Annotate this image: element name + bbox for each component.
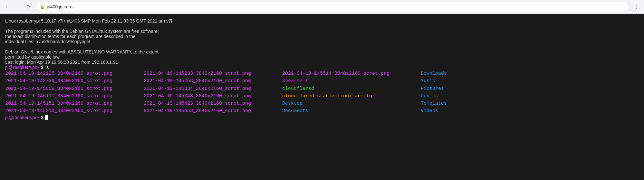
back-button[interactable]: ← <box>3 2 12 11</box>
ls-item: 2021-04-19-142125_3840x2160_scrot.png <box>5 70 144 77</box>
ls-item: 2021-04-19-145423_3840x2160_scrot.png <box>144 100 282 107</box>
browser-toolbar: ← → ⟳ 🔒 ⋮ <box>0 0 644 14</box>
ls-item: Desktop <box>282 100 421 107</box>
ls-item: Pictures <box>421 85 485 92</box>
terminal-line7: Debian GNU/Linux comes with ABSOLUTELY N… <box>5 49 639 54</box>
browser-chrome: ← → ⟳ 🔒 ⋮ <box>0 0 644 14</box>
ls-item: Downloads <box>421 70 485 77</box>
terminal-line6 <box>5 44 639 49</box>
prompt2-user: pi@raspberrypi <box>5 115 36 120</box>
prompt2-dollar: $ <box>41 115 43 120</box>
ls-item: 2021-04-19-145111_3840x2160_scrot.png <box>5 92 144 100</box>
ls-item: 2021-04-19-145151_3840x2160_scrot.png <box>5 100 144 107</box>
terminal-line9: Last login: Mon Apr 19 19:56:28 2021 fro… <box>5 60 639 65</box>
prompt2-path: :~ <box>36 115 40 120</box>
ls-item: 2021-04-19-145233_3840x2160_scrot.png <box>144 70 282 77</box>
ls-item: 2021-04-19-145343_3840x2160_scrot.png <box>144 92 282 100</box>
terminal-prompt2: pi@raspberrypi :~ $ <box>5 115 639 120</box>
terminal-prompt1: pi@raspberrypi :~ $ ls <box>5 65 639 70</box>
ls-item: 2021-04-19-145334_3840x2160_scrot.png <box>144 85 282 92</box>
terminal-line2 <box>5 24 639 29</box>
ls-item: Templates <box>421 100 485 107</box>
ls-item: cloudflared <box>282 85 421 92</box>
reload-button[interactable]: ⟳ <box>24 2 33 11</box>
terminal: Linux raspberrypi 5.10.17-v7l+ #1403 SMP… <box>0 14 644 180</box>
address-bar-container[interactable]: 🔒 <box>35 2 629 12</box>
browser-actions: ⋮ <box>632 2 641 11</box>
prompt1-user: pi@raspberrypi <box>5 65 36 70</box>
nav-buttons: ← → ⟳ <box>3 2 33 11</box>
ls-item: cloudflared-stable-linux-arm.tgz <box>282 92 421 100</box>
ls-item: Videos <box>421 107 485 115</box>
prompt1-path: :~ <box>36 65 40 70</box>
ls-item: 2021-04-19-145258_3840x2160_scrot.png <box>144 77 282 85</box>
terminal-line8: permitted by applicable law. <box>5 54 639 60</box>
ls-item: 2021-04-19-145458_3840x2160_scrot.png <box>144 107 282 115</box>
ls-item: 2021-04-19-145514_3840x2160_scrot.png <box>282 70 421 77</box>
ls-item: 2021-04-19-145210_3840x2160_scrot.png <box>5 107 144 115</box>
terminal-line4: the exact distribution terms for each pr… <box>5 34 639 39</box>
address-bar[interactable] <box>47 4 625 9</box>
prompt2-cursor <box>45 115 48 120</box>
lock-icon: 🔒 <box>40 5 45 9</box>
ls-item: 2021-04-19-145059_3840x2160_scrot.png <box>5 85 144 92</box>
ls-item: Documents <box>282 107 421 115</box>
extensions-button[interactable]: ⋮ <box>632 2 641 11</box>
ls-item: 2021-04-19-142739_3840x2160_scrot.png <box>5 77 144 85</box>
ls-item: Bookshelf <box>282 77 421 85</box>
prompt1-cmd: ls <box>45 65 49 70</box>
ls-output: 2021-04-19-142125_3840x2160_scrot.png202… <box>5 70 639 115</box>
terminal-line1: Linux raspberrypi 5.10.17-v7l+ #1403 SMP… <box>5 18 639 24</box>
terminal-line5: individual files in /usr/share/doc/*/cop… <box>5 39 639 44</box>
forward-button[interactable]: → <box>14 2 23 11</box>
ls-item: Public <box>421 92 485 100</box>
terminal-line3: The programs included with the Debian GN… <box>5 29 639 34</box>
ls-item: Music <box>421 77 485 85</box>
prompt1-dollar: $ <box>41 65 43 70</box>
